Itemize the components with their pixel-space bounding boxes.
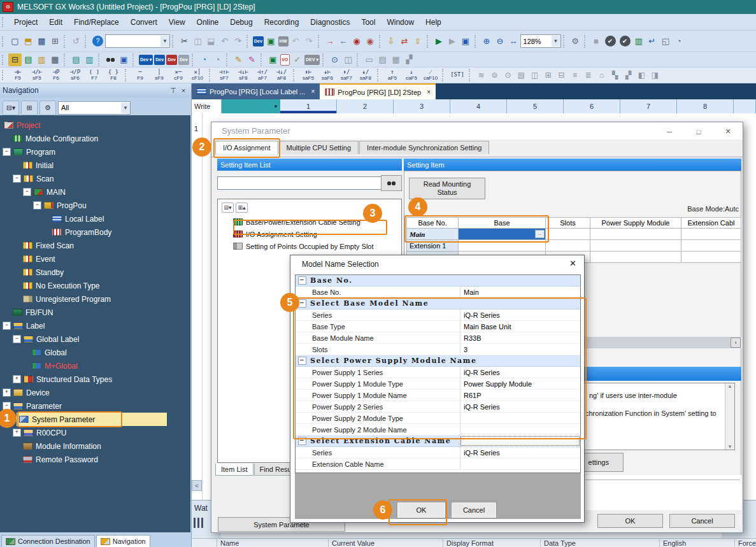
check-parameter-icon[interactable]: ✔ — [620, 36, 631, 46]
save-project-icon[interactable]: ▦ — [35, 35, 48, 48]
ladder-symbol-button-af5[interactable]: ↑aF5 — [383, 69, 402, 82]
collapse-icon[interactable]: − — [298, 276, 306, 285]
property-base-no[interactable]: Base No.Main — [296, 287, 580, 298]
tree-item-module-configuration[interactable]: Module Configuration — [0, 132, 190, 145]
convert-icon[interactable]: → — [324, 35, 337, 48]
stop-icon[interactable]: ■ — [590, 35, 603, 48]
device-ref-icon[interactable]: Dev — [178, 55, 189, 65]
tree-item-fb-fun[interactable]: FB/FUN — [0, 306, 190, 319]
tree-item-standby[interactable]: Standby — [0, 266, 190, 279]
menu-item-debug[interactable]: Debug — [224, 15, 258, 29]
menu-item-window[interactable]: Window — [381, 15, 420, 29]
help-icon[interactable]: ? — [92, 36, 103, 46]
expand-tree-button[interactable]: ⊞ — [21, 101, 38, 115]
menu-item-convert[interactable]: Convert — [125, 15, 163, 29]
expand-icon[interactable]: + — [3, 388, 11, 397]
cancel-button[interactable]: Cancel — [669, 514, 735, 528]
menu-item-recording[interactable]: Recording — [259, 15, 305, 29]
zoom-level-combo[interactable]: 128%▼ — [520, 34, 561, 48]
panel-tab-connection-destination[interactable]: Connection Destination — [1, 535, 95, 547]
property-extension-cable-name[interactable]: Extension Cable Name — [296, 458, 580, 470]
watch-start-icon[interactable]: ◔ — [197, 53, 211, 66]
expand-all-icon[interactable]: ⊞▴ — [236, 202, 248, 213]
ladder-symbol-button-sf7[interactable]: ⊣↑⊢sF7 — [215, 69, 234, 82]
device-find-icon[interactable]: Dev — [253, 36, 264, 46]
ladder-symbol-button-f9[interactable]: ─F9 — [131, 69, 150, 82]
ladder-symbol-button-f8[interactable]: { }F8 — [104, 69, 123, 82]
close-tab-icon[interactable]: × — [427, 89, 431, 96]
maximize-icon[interactable]: □ — [692, 127, 706, 136]
tree-item-device[interactable]: +Device — [0, 386, 190, 399]
redo-icon[interactable]: ↷ — [231, 35, 245, 48]
element-selection-icon[interactable]: ▤ — [22, 53, 35, 66]
menu-item-edit[interactable]: Edit — [43, 15, 68, 29]
ladder-symbol-button-saf8[interactable]: ↡/saF8 — [356, 69, 375, 82]
dock-window-icon[interactable]: ◫ — [341, 53, 355, 66]
tree-item-global[interactable]: Global — [0, 346, 190, 359]
mode-selector-dropdown[interactable]: ▼ — [222, 99, 280, 113]
ladder-symbol-button-saf5[interactable]: ↟⊢saF5 — [299, 69, 318, 82]
menu-item-project[interactable]: Project — [8, 15, 43, 29]
unit-icon[interactable]: ▦ — [48, 53, 62, 66]
edit-statement-icon[interactable]: ✎ — [245, 53, 259, 66]
expand-icon[interactable]: + — [13, 429, 21, 437]
dialog-tab-inter-module-synchronization-setting[interactable]: Inter-module Synchronization Setting — [359, 141, 489, 154]
device-memory-icon[interactable]: Dev — [154, 55, 165, 65]
ladder-symbol-button-saf6[interactable]: ↡⊢saF6 — [318, 69, 337, 82]
tree-item-remote-password[interactable]: Remote Password — [0, 453, 190, 466]
project-revision-icon[interactable]: ↺ — [69, 35, 83, 48]
ladder-swap-icon[interactable]: ⇄ — [398, 35, 411, 48]
st-edit-icon[interactable]: ✓ — [290, 53, 304, 66]
ladder-write-icon[interactable]: ⇩ — [385, 35, 398, 48]
tree-item-module-information[interactable]: Module Information — [0, 439, 190, 453]
pin-icon[interactable]: ⊤ — [168, 85, 178, 96]
sheet-window-icon[interactable]: ▦ — [389, 53, 403, 66]
ladder-symbol-button-sf9[interactable]: │sF9 — [150, 69, 169, 82]
ladder-symbol-button-f7[interactable]: ( )F7 — [85, 69, 104, 82]
ladder-symbol-button-sf8[interactable]: ⊣↓⊢sF8 — [234, 69, 253, 82]
pattern2-icon[interactable]: ▞ — [622, 69, 635, 82]
insert-row-icon[interactable]: ⊞ — [541, 69, 555, 82]
menu-item-diagnostics[interactable]: Diagnostics — [304, 15, 355, 29]
ladder-symbol-button-af8[interactable]: ⊣↓/aF8 — [272, 69, 291, 82]
setting-search-input[interactable] — [217, 176, 382, 190]
undo-icon[interactable]: ↶ — [218, 35, 231, 48]
note-icon[interactable]: ⊙ — [501, 69, 515, 82]
list-tab-item-list[interactable]: Item List — [215, 464, 253, 476]
ladder-symbol-button-f6[interactable]: ⊣PF6 — [46, 69, 66, 82]
tree-item-m-global[interactable]: M+Global — [0, 359, 190, 373]
zoom-out-icon[interactable]: ⊖ — [494, 35, 507, 48]
tree-item-structured-data-types[interactable]: +Structured Data Types — [0, 373, 190, 386]
cross-reference-icon[interactable]: ◉ — [350, 35, 364, 48]
tree-item-fixed-scan[interactable]: Fixed Scan — [0, 239, 190, 252]
device-eye-icon[interactable]: DEV ▾ — [304, 55, 320, 65]
device-batch-icon[interactable]: Dev — [166, 55, 177, 65]
delete-row-icon[interactable]: ⊟ — [555, 69, 568, 82]
collapse-icon[interactable]: − — [13, 174, 21, 183]
property-value[interactable]: Main — [460, 287, 580, 298]
program-find-icon[interactable]: ▣ — [264, 35, 278, 48]
edit-comment-icon[interactable]: ✎ — [232, 53, 245, 66]
section-base-no[interactable]: −Base No. — [296, 275, 580, 287]
scroll-right-button[interactable]: › — [731, 337, 741, 348]
tree-item-initial[interactable]: Initial — [0, 159, 190, 172]
tree-item-unregistered-program[interactable]: Unregistered Program — [0, 292, 190, 306]
ladder-symbol-button-cf10[interactable]: ✕│cF10 — [188, 69, 207, 82]
check-program-icon[interactable]: ✔ — [605, 36, 616, 46]
collapse-icon[interactable]: − — [33, 201, 41, 210]
watch-stop-icon[interactable]: ◔ — [211, 53, 224, 66]
tree-item-scan[interactable]: −Scan — [0, 172, 190, 185]
tree-item-parameter[interactable]: −Parameter — [0, 399, 190, 413]
menu-item-view[interactable]: View — [163, 15, 191, 29]
scroll-down-icon[interactable]: ▼ — [725, 444, 734, 450]
ok-button[interactable]: OK — [597, 514, 663, 528]
menu-item-help[interactable]: Help — [420, 15, 447, 29]
ladder-read-icon[interactable]: ⇧ — [411, 35, 425, 48]
keyword-search-combo[interactable]: ▼ — [105, 34, 170, 48]
menu-item-tool[interactable]: Tool — [355, 15, 381, 29]
program-check-icon[interactable]: ▣ — [266, 53, 280, 66]
scroll-left-button[interactable]: < — [192, 480, 202, 491]
tree-item-progpou[interactable]: −ProgPou — [0, 199, 190, 212]
tree-filter-combo[interactable]: All ▼ — [58, 101, 131, 115]
ladder-symbol-button-caf5[interactable]: ↓caF5 — [402, 69, 421, 82]
